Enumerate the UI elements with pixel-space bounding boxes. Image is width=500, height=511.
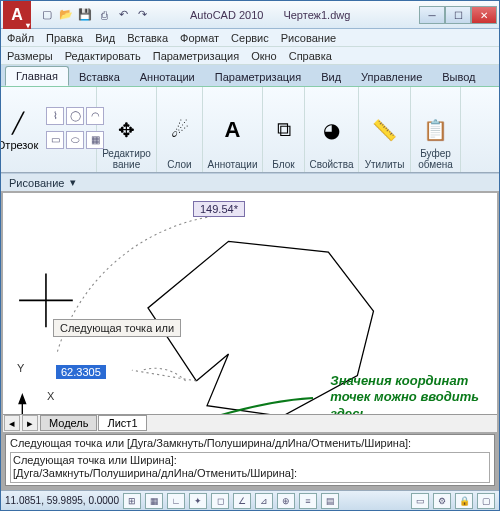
maximize-button[interactable]: ☐ <box>445 6 471 24</box>
command-window[interactable]: Следующая точка или [Дуга/Замкнуть/Полуш… <box>5 434 495 486</box>
color-wheel-icon: ◕ <box>318 116 346 144</box>
chevron-down-icon: ▾ <box>70 176 76 189</box>
panel-annot-label: Аннотации <box>208 159 258 170</box>
grid-toggle[interactable]: ▦ <box>145 493 163 509</box>
panel-modify-label: Редактиро вание <box>102 148 151 170</box>
menu-view[interactable]: Вид <box>95 32 115 44</box>
svg-marker-4 <box>19 395 25 404</box>
measure-button[interactable]: 📏 <box>367 114 403 146</box>
menu-modify[interactable]: Редактировать <box>65 50 141 62</box>
dyn-toggle[interactable]: ⊕ <box>277 493 295 509</box>
polar-toggle[interactable]: ✦ <box>189 493 207 509</box>
menu-bar-2: Размеры Редактировать Параметризация Окн… <box>1 47 499 65</box>
panel-clip-label: Буфер обмена <box>418 148 453 170</box>
draw-dd-label: Рисование <box>9 177 64 189</box>
clean-screen-icon[interactable]: ▢ <box>477 493 495 509</box>
props-button[interactable]: ◕ <box>314 114 350 146</box>
paste-button[interactable]: 📋 <box>418 114 454 146</box>
tab-output[interactable]: Вывод <box>432 68 485 86</box>
title-bar: A ▢ 📂 💾 ⎙ ↶ ↷ AutoCAD 2010 Чертеж1.dwg ─… <box>1 1 499 29</box>
panel-layers-label: Слои <box>167 159 191 170</box>
layers-button[interactable]: ☄ <box>162 114 198 146</box>
qat-undo-icon[interactable]: ↶ <box>115 7 131 23</box>
dynamic-input-prompt[interactable]: Следующая точка или <box>53 319 181 337</box>
minimize-button[interactable]: ─ <box>419 6 445 24</box>
drawing-area-wrap: 149.54* Следующая точка или 62.3305 Знач… <box>1 191 499 490</box>
menu-draw[interactable]: Рисование <box>281 32 336 44</box>
panel-util-label: Утилиты <box>365 159 405 170</box>
drawing-canvas[interactable]: 149.54* Следующая точка или 62.3305 Знач… <box>3 193 497 414</box>
doc-title: Чертеж1.dwg <box>283 9 350 21</box>
axis-x-label: X <box>47 390 54 402</box>
menu-param[interactable]: Параметризация <box>153 50 239 62</box>
panel-annot: A Аннотации <box>203 87 263 172</box>
menu-help[interactable]: Справка <box>289 50 332 62</box>
qat-save-icon[interactable]: 💾 <box>77 7 93 23</box>
quick-access-toolbar: ▢ 📂 💾 ⎙ ↶ ↷ <box>39 7 150 23</box>
model-toggle[interactable]: ▭ <box>411 493 429 509</box>
tab-next-icon[interactable]: ▸ <box>22 415 38 431</box>
cmd-options: [Дуга/Замкнуть/Полуширина/длИна/Отменить… <box>13 467 487 481</box>
lwt-toggle[interactable]: ≡ <box>299 493 317 509</box>
block-icon: ⧉ <box>270 116 298 144</box>
menu-insert[interactable]: Вставка <box>127 32 168 44</box>
panel-clip: 📋 Буфер обмена <box>411 87 461 172</box>
tab-view[interactable]: Вид <box>311 68 351 86</box>
tab-annot[interactable]: Аннотации <box>130 68 205 86</box>
move-button[interactable]: ✥ <box>109 114 145 146</box>
line-button[interactable]: ╱ Отрезок <box>0 107 42 153</box>
ribbon-tabs: Главная Вставка Аннотации Параметризация… <box>1 65 499 87</box>
menu-dim[interactable]: Размеры <box>7 50 53 62</box>
workspace-icon[interactable]: ⚙ <box>433 493 451 509</box>
line-label: Отрезок <box>0 139 38 151</box>
app-menu-button[interactable]: A <box>3 1 31 29</box>
tab-manage[interactable]: Управление <box>351 68 432 86</box>
otrack-toggle[interactable]: ∠ <box>233 493 251 509</box>
panel-props-label: Свойства <box>310 159 354 170</box>
osnap-toggle[interactable]: ◻ <box>211 493 229 509</box>
tab-insert[interactable]: Вставка <box>69 68 130 86</box>
tab-sheet1[interactable]: Лист1 <box>98 415 146 431</box>
draw-tools-grid: ⌇ ◯ ◠ ▭ ⬭ ▦ <box>46 107 104 153</box>
qat-open-icon[interactable]: 📂 <box>58 7 74 23</box>
panel-block-label: Блок <box>272 159 294 170</box>
text-button[interactable]: A <box>215 114 251 146</box>
line-icon: ╱ <box>4 109 32 137</box>
draw-panel-dropdown[interactable]: Рисование ▾ <box>1 173 499 191</box>
lock-icon[interactable]: 🔒 <box>455 493 473 509</box>
tab-home[interactable]: Главная <box>5 66 69 86</box>
ribbon: ╱ Отрезок ⌇ ◯ ◠ ▭ ⬭ ▦ ✥ Редактиро вание … <box>1 87 499 173</box>
layers-icon: ☄ <box>166 116 194 144</box>
menu-window[interactable]: Окно <box>251 50 277 62</box>
panel-util: 📏 Утилиты <box>359 87 411 172</box>
qat-new-icon[interactable]: ▢ <box>39 7 55 23</box>
qat-redo-icon[interactable]: ↷ <box>134 7 150 23</box>
menu-file[interactable]: Файл <box>7 32 34 44</box>
polyline-icon[interactable]: ⌇ <box>46 107 64 125</box>
block-button[interactable]: ⧉ <box>266 114 302 146</box>
qp-toggle[interactable]: ▤ <box>321 493 339 509</box>
axis-y-label: Y <box>17 362 24 374</box>
app-title: AutoCAD 2010 <box>190 9 263 21</box>
close-button[interactable]: ✕ <box>471 6 497 24</box>
ortho-toggle[interactable]: ∟ <box>167 493 185 509</box>
ellipse-icon[interactable]: ⬭ <box>66 131 84 149</box>
length-readout[interactable]: 62.3305 <box>56 365 106 379</box>
move-icon: ✥ <box>113 116 141 144</box>
menu-format[interactable]: Формат <box>180 32 219 44</box>
tab-param[interactable]: Параметризация <box>205 68 311 86</box>
cmd-history-2: Следующая точка или Ширина]: <box>13 454 487 468</box>
panel-modify: ✥ Редактиро вание <box>97 87 157 172</box>
menu-edit[interactable]: Правка <box>46 32 83 44</box>
qat-print-icon[interactable]: ⎙ <box>96 7 112 23</box>
circle-icon[interactable]: ◯ <box>66 107 84 125</box>
tab-prev-icon[interactable]: ◂ <box>4 415 20 431</box>
text-icon: A <box>219 116 247 144</box>
ducs-toggle[interactable]: ⊿ <box>255 493 273 509</box>
snap-toggle[interactable]: ⊞ <box>123 493 141 509</box>
layout-tabs: ◂ ▸ Модель Лист1 <box>3 414 497 432</box>
menu-tools[interactable]: Сервис <box>231 32 269 44</box>
rect-icon[interactable]: ▭ <box>46 131 64 149</box>
tab-model[interactable]: Модель <box>40 415 97 431</box>
status-bar: 11.0851, 59.9895, 0.0000 ⊞ ▦ ∟ ✦ ◻ ∠ ⊿ ⊕… <box>1 490 499 510</box>
